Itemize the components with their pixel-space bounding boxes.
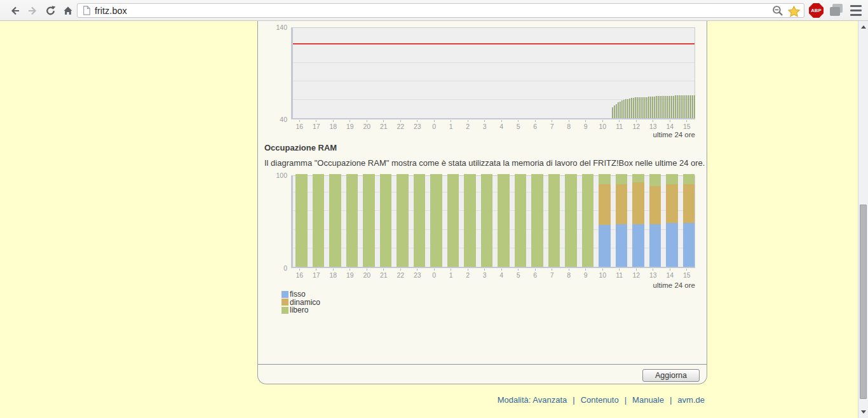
y-axis-label: 0 [263,264,287,272]
stacked-bar [649,174,661,267]
data-bar [654,97,655,118]
stacked-bar [481,174,493,267]
stacked-bar [599,174,611,267]
data-bar [648,97,649,118]
x-tick-label: 10 [599,271,606,279]
x-tick-label: 3 [483,123,487,130]
menu-button[interactable] [850,5,863,16]
scroll-thumb[interactable] [860,205,867,399]
data-bar [665,96,667,118]
forward-arrow-icon [27,5,39,17]
x-tick: 22 [392,269,409,279]
x-tick-label: 1 [449,123,453,130]
bar-segment-libero [346,174,358,267]
x-tick: 18 [325,269,342,279]
data-bar [618,102,619,118]
reload-button[interactable] [42,3,58,18]
stacked-bar [380,174,392,267]
tick-mark [367,269,367,271]
x-tick-label: 10 [599,123,606,130]
data-bar [677,95,678,118]
bar-segment-libero [397,174,409,267]
x-tick: 13 [645,269,662,279]
extension-icon[interactable] [830,4,843,17]
x-tick: 9 [578,120,595,130]
x-tick-label: 12 [632,123,640,130]
bar-segment-dinamico [683,184,695,223]
bookmark-star-icon[interactable] [788,6,800,17]
tick-mark [535,269,536,271]
footer-link-contenuto[interactable]: Contenuto [581,395,619,405]
footer-separator: | [625,395,627,405]
x-tick: 19 [342,120,359,130]
scrollbar[interactable] [858,21,868,418]
stacked-bar [548,174,560,267]
adblock-label: ABP [811,8,822,13]
bar-segment-libero [666,174,678,184]
bar-segment-libero [295,174,308,267]
x-tick-label: 17 [313,271,320,279]
x-tick: 11 [611,120,628,130]
x-tick-label: 15 [683,123,691,130]
x-tick-label: 11 [616,123,623,130]
footer-link-avanzata[interactable]: Avanzata [532,395,567,405]
scroll-down-button[interactable] [858,407,868,417]
stacked-bar [683,174,695,267]
x-tick-label: 2 [466,123,470,130]
adblock-icon[interactable]: ABP [809,3,824,18]
footer-link-avmde[interactable]: avm.de [677,395,705,405]
data-bar [679,95,680,118]
x-tick-label: 13 [649,123,657,130]
x-tick-label: 0 [432,123,436,130]
stacked-bar [329,174,341,267]
data-bar [635,97,636,118]
x-tick: 17 [308,120,325,130]
data-bar [646,97,648,118]
page-icon [83,6,91,15]
data-bar [686,95,688,118]
x-tick: 23 [409,120,426,130]
tick-mark [400,269,401,271]
stacked-bar [565,174,577,267]
hamburger-icon [850,5,862,7]
footer-link-manuale[interactable]: Manuale [632,395,664,405]
back-button[interactable] [6,3,23,18]
tick-mark [349,120,350,122]
refresh-button[interactable]: Aggiorna [642,369,700,382]
data-bar [644,97,646,118]
ram-section-description: Il diagramma "Occupazione RAM" mostra co… [264,158,705,168]
x-tick: 3 [477,120,494,130]
x-tick-label: 7 [550,123,554,130]
x-axis-caption: ultime 24 ore [291,131,695,138]
x-tick-label: 1 [449,271,453,279]
data-bar [627,99,628,118]
x-tick: 6 [527,269,544,279]
stacked-bar [313,174,325,267]
zoom-out-icon[interactable] [772,5,784,17]
legend-swatch-dinamico [281,299,288,306]
bar-segment-libero [599,174,611,184]
x-tick-label: 23 [414,123,421,130]
panel-divider [258,364,707,365]
home-button[interactable] [60,3,76,18]
tick-mark [333,269,334,271]
x-tick-label: 18 [329,123,337,130]
legend-label: libero [290,306,308,314]
x-tick: 21 [376,269,393,279]
x-tick: 5 [510,120,527,130]
data-bar [692,95,693,118]
scroll-up-button[interactable] [858,22,868,32]
x-tick-label: 5 [517,123,520,130]
browser-toolbar: fritz.box ABP [0,0,868,21]
forward-button[interactable] [24,3,41,18]
tick-mark [468,269,468,271]
address-bar[interactable]: fritz.box [77,3,804,18]
data-bar [660,96,661,118]
y-axis-label: 40 [263,116,287,123]
tick-mark [333,120,334,122]
tick-mark [636,269,637,271]
url-text: fritz.box [95,6,127,16]
ram-usage-chart [291,175,695,268]
legend-swatch-fisso [281,291,288,298]
tick-mark [619,269,620,271]
